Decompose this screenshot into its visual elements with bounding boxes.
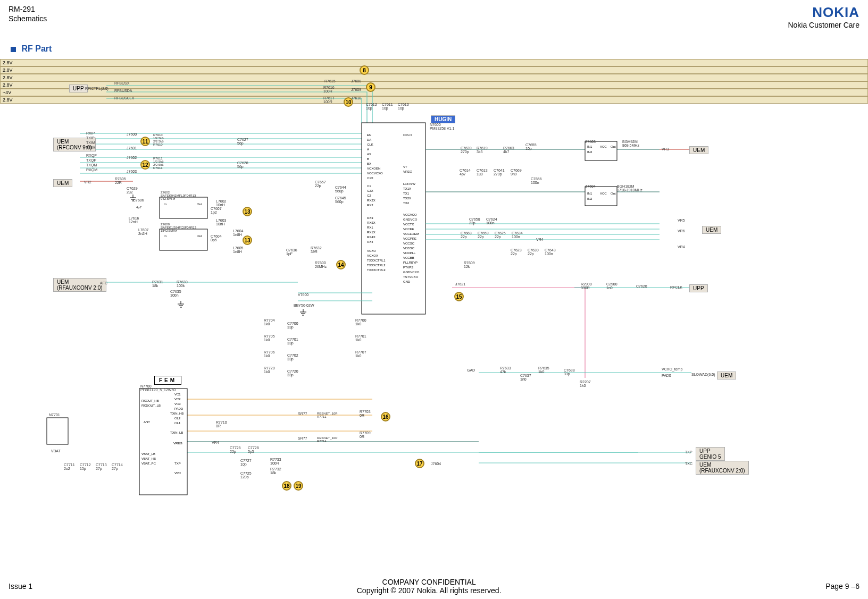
callout-9: 9 (366, 82, 375, 92)
callout-12: 12 (140, 160, 150, 170)
vr6-label: VR6 (678, 229, 685, 233)
c7610: C7610 10p (398, 103, 409, 110)
txqm-label: TXQM (86, 163, 97, 167)
rfbusclk-label: RFBUSCLK (114, 96, 134, 100)
r2207: R2207 1k0 (580, 380, 591, 387)
pin-c1: C1 (367, 184, 371, 188)
uem-block-slowad: UEM (717, 372, 736, 379)
pin-vccloem: VCCLOEM (403, 232, 419, 235)
pin-rx3x: RX3X (367, 221, 375, 224)
c7702: C7702 33p (287, 353, 298, 361)
r7617: R7617 100R (323, 96, 335, 104)
j7604: J7604 (431, 462, 441, 466)
r7711: RESNET_10R R7711 (317, 412, 338, 418)
header-left: RM-291 Schematics (9, 4, 47, 23)
pin-bx: BX (367, 162, 371, 165)
pad0-label: PAD0 (662, 374, 671, 377)
z7603-out: Out (611, 145, 616, 148)
callout-10: 10 (344, 97, 353, 107)
l7602: L7602 10nH (216, 199, 226, 207)
uem-block-2: UEM (53, 179, 72, 187)
pin-gndvcxo: GNDVCXO (403, 271, 419, 274)
callout-8: 8 (360, 65, 369, 75)
c7655: C7655 10p (525, 143, 537, 150)
pin-c2x: C2X (367, 189, 373, 192)
r7704: R7704 1k0 (264, 318, 275, 326)
pin-ax: AX (367, 153, 371, 156)
uem-rfauxconv2-block: UEM (RFAUXCONV 2:0) (696, 461, 749, 475)
rxqm-label: RXQM (86, 168, 97, 172)
rfictrl-label: RFICTRL(2:0) (85, 87, 108, 90)
svg-rect-6 (585, 187, 617, 206)
callout-18: 18 (282, 481, 291, 491)
pin-a: A (367, 148, 369, 151)
callout-16: 16 (381, 412, 390, 421)
pin-vccpre: VCCPRE (403, 237, 416, 240)
uem-rfauxconv-block: UEM (RFAUXCONV 2:0) (53, 278, 106, 292)
pin-rx2x: RX2X (367, 199, 375, 202)
z7604-in2: IN2 (587, 197, 592, 200)
callout-19: 19 (294, 481, 303, 491)
c7624: C7624 100n (486, 217, 497, 225)
j7609: J7609 (351, 88, 361, 91)
pin-vc2: VC2 (174, 398, 181, 401)
confidential: COMPANY CONFIDENTIAL (357, 578, 502, 586)
doc-subtitle: Schematics (9, 14, 47, 23)
bgh92m: BGH92M 869.5MHz (622, 140, 639, 147)
pin-vccsc: VCCSC (403, 242, 414, 245)
section-title-text: RF Part (21, 44, 52, 53)
c7641: C7641 270p (494, 168, 505, 176)
c7727: C7727 10p (240, 459, 252, 466)
c7625: C7625 22p (495, 231, 506, 239)
pin-padd: PADD (174, 407, 183, 410)
r7609: R7609 12k (464, 261, 475, 268)
svg-rect-4 (160, 229, 207, 250)
r7616: R7616 100R (323, 86, 335, 93)
header-right: NOKIA Nokia Customer Care (788, 4, 859, 29)
v7600: V7600 (298, 293, 308, 297)
c7606: C7606 (133, 198, 144, 202)
r7733: R7733 100R (270, 458, 281, 465)
c7614: C7614 4p7 (460, 168, 471, 176)
pin-en: EN (367, 133, 371, 137)
c7713: C7713 27p (96, 463, 107, 470)
page-number: Page 9 –6 (825, 582, 859, 590)
r7600: R7600 26MHz (315, 261, 327, 268)
pin-gnd: GND (403, 280, 410, 283)
r7619: R7619 3k3 (477, 146, 488, 154)
pin-c1x: C1X (367, 176, 373, 180)
r7611: R7611 1/2 5k6 2/2 5k6 R7611 (153, 157, 164, 170)
r7635: R7635 1k0 (538, 366, 549, 374)
pin-rxdoutlb: RXDOUT_LB (141, 404, 161, 407)
customer-care: Nokia Customer Care (788, 21, 859, 29)
pin-vcctx: VCCTX (403, 223, 414, 226)
callout-17: 17 (415, 459, 424, 468)
vr4-label: VR4 (678, 245, 685, 249)
pin-vt: VT (403, 165, 407, 168)
pin-vcxoen: VCXOEN (367, 167, 380, 170)
c7712: C7712 15p (80, 463, 91, 470)
slowad-label: SLOWAD(6:0) (691, 373, 715, 376)
section-title: RF Part (0, 33, 868, 54)
pin-vccfe: VCCFE (403, 227, 414, 231)
c7659: C7659 22p (478, 231, 489, 239)
c7637: C7637 1n0 (520, 374, 531, 381)
l7607: L7607 2n2H (138, 228, 148, 235)
pin-rx1: RX1 (367, 226, 373, 229)
r2900: R2900 330R (581, 282, 592, 290)
r7709: R7709 0R (360, 431, 371, 438)
pin-clk: CLK (367, 143, 373, 146)
pin-rxouthb: RXOUT_HB (141, 399, 159, 402)
r7632: R7632 39R (311, 246, 322, 254)
c7725: C7725 120p (240, 471, 252, 479)
pin-vc3: VC3 (174, 402, 181, 406)
c2900: C2900 1n0 (606, 282, 617, 290)
z7603-in2: IN2 (587, 150, 592, 154)
j7602: J7602 (127, 156, 137, 159)
c7669: C7669 9n9 (511, 168, 522, 176)
pin-cplo: CPLO (403, 133, 412, 137)
hugin-block: HUGIN (431, 115, 455, 123)
rxip-label: RXIP (86, 131, 95, 135)
r7700: R7700 1k0 (355, 318, 366, 326)
pin-vbatlb: VBAT_LB (141, 452, 155, 455)
